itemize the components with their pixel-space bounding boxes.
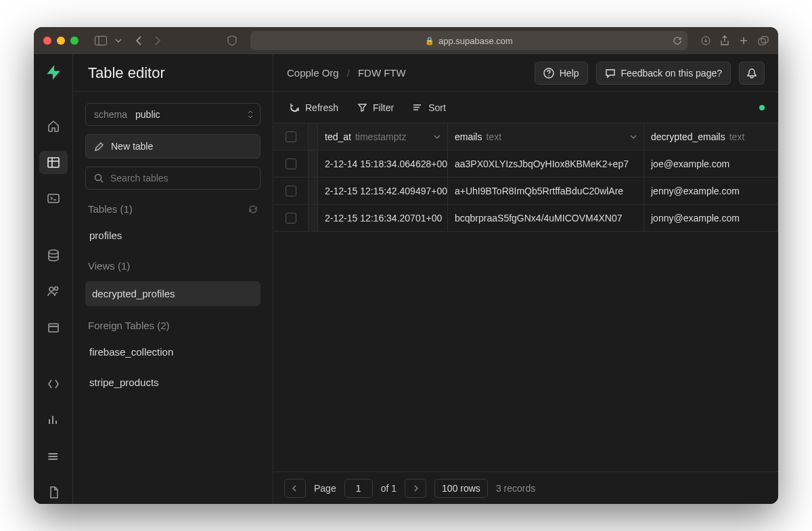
notifications-button[interactable]	[739, 62, 765, 85]
connection-status-indicator	[759, 105, 765, 110]
nav-sql-editor[interactable]	[39, 188, 68, 211]
page-of-label: of 1	[381, 483, 397, 494]
tables-section-head: Tables (1)	[85, 198, 261, 216]
close-window-button[interactable]	[43, 37, 51, 45]
cell-decrypted[interactable]: jonny@example.com	[644, 205, 778, 231]
cell-created-at[interactable]: 2-12-15 12:15:42.409497+00	[318, 177, 448, 204]
next-page-button[interactable]	[405, 479, 426, 498]
foreign-item-stripe[interactable]: stripe_products	[85, 371, 261, 394]
main-area: Copple Org / FDW FTW Help Feedback on th…	[273, 54, 778, 504]
supabase-logo[interactable]	[45, 64, 62, 81]
column-header-emails[interactable]: emails text	[448, 123, 644, 150]
svg-point-11	[54, 287, 58, 291]
grid-gutter	[309, 123, 318, 150]
minimize-window-button[interactable]	[57, 37, 65, 45]
schema-selector[interactable]: schema public	[85, 103, 261, 126]
chevron-down-icon[interactable]	[630, 133, 637, 140]
row-checkbox[interactable]	[273, 177, 309, 204]
view-item-decrypted-profiles[interactable]: decrypted_profiles	[85, 281, 261, 306]
nav-database[interactable]	[39, 244, 68, 267]
breadcrumb-separator: /	[347, 67, 350, 79]
nav-api-docs[interactable]	[39, 482, 68, 504]
cell-decrypted[interactable]: joe@example.com	[644, 150, 778, 177]
new-table-button[interactable]: New table	[85, 134, 261, 158]
tabs-icon[interactable]	[758, 36, 769, 45]
breadcrumb-project[interactable]: FDW FTW	[358, 67, 406, 79]
data-grid: ted_at timestamptz emails text	[273, 123, 778, 504]
forward-button[interactable]	[153, 36, 161, 45]
foreign-section-head: Foreign Tables (2)	[85, 314, 261, 333]
table-item-profiles[interactable]: profiles	[85, 224, 261, 247]
address-bar[interactable]: 🔒 app.supabase.com	[250, 31, 687, 50]
cell-created-at[interactable]: 2-12-15 12:16:34.20701+00	[318, 205, 448, 231]
help-icon	[543, 68, 554, 79]
nav-storage[interactable]	[39, 316, 68, 339]
search-tables-input[interactable]: Search tables	[85, 167, 261, 190]
row-checkbox[interactable]	[273, 205, 309, 231]
svg-point-20	[548, 75, 549, 77]
column-header-decrypted-emails[interactable]: decrypted_emails text	[644, 123, 778, 150]
table-row[interactable]: 2-12-15 12:16:34.20701+00 bcqbrpraaS5fgG…	[273, 205, 778, 232]
svg-point-9	[49, 250, 58, 254]
svg-rect-3	[759, 39, 765, 45]
refresh-button[interactable]: Refresh	[290, 102, 338, 113]
svg-point-17	[95, 175, 102, 181]
feedback-button[interactable]: Feedback on this page?	[596, 62, 731, 85]
record-count: 3 records	[496, 483, 535, 494]
url-text: app.supabase.com	[438, 36, 513, 46]
chevron-down-icon[interactable]	[115, 37, 122, 44]
foreign-item-firebase[interactable]: firebase_collection	[85, 341, 261, 363]
views-head-label: Views (1)	[88, 260, 130, 272]
page-title: Table editor	[88, 64, 165, 82]
nav-auth[interactable]	[39, 280, 68, 303]
table-row[interactable]: 2-12-14 15:18:34.064628+00 aa3PX0XLYIzsJ…	[273, 150, 778, 177]
share-icon[interactable]	[720, 35, 729, 46]
schema-value: public	[135, 109, 160, 120]
window-controls	[43, 37, 78, 45]
table-row[interactable]: 2-12-15 12:15:42.409497+00 a+UhI9BToR8Im…	[273, 177, 778, 205]
reload-icon[interactable]	[673, 36, 682, 45]
browser-titlebar: 🔒 app.supabase.com	[34, 27, 778, 54]
breadcrumb-org[interactable]: Copple Org	[287, 67, 339, 79]
foreign-head-label: Foreign Tables (2)	[88, 320, 170, 331]
column-header-created-at[interactable]: ted_at timestamptz	[318, 123, 448, 150]
rows-per-page-select[interactable]: 100 rows	[434, 479, 488, 498]
cell-emails[interactable]: bcqbrpraaS5fgGNx4/4uMICOVM4XN07	[448, 205, 644, 231]
prev-page-button[interactable]	[284, 479, 306, 498]
nav-logs[interactable]	[39, 445, 68, 468]
cell-decrypted[interactable]: jenny@example.com	[644, 177, 778, 204]
topbar: Copple Org / FDW FTW Help Feedback on th…	[273, 54, 778, 92]
sidebar-toggle-icon[interactable]	[95, 36, 107, 45]
sidebar: Table editor schema public New table	[73, 54, 273, 504]
search-icon	[94, 173, 104, 183]
select-all-checkbox[interactable]	[273, 123, 309, 150]
svg-point-22	[413, 107, 415, 108]
download-icon[interactable]	[701, 36, 710, 45]
tables-head-label: Tables (1)	[88, 203, 133, 215]
new-tab-icon[interactable]	[739, 36, 748, 45]
nav-edge-functions[interactable]	[39, 373, 68, 396]
sort-button[interactable]: Sort	[413, 102, 446, 113]
cell-emails[interactable]: aa3PX0XLYIzsJbqOyHIox8KBMeK2+ep7	[448, 150, 644, 177]
cell-created-at[interactable]: 2-12-14 15:18:34.064628+00	[318, 150, 448, 177]
back-button[interactable]	[135, 36, 143, 45]
help-button[interactable]: Help	[535, 62, 588, 85]
svg-rect-13	[49, 326, 58, 332]
filter-button[interactable]: Filter	[357, 102, 394, 113]
nav-table-editor[interactable]	[39, 151, 68, 174]
refresh-tables-icon[interactable]	[248, 205, 258, 214]
page-number-input[interactable]: 1	[344, 479, 373, 498]
new-table-label: New table	[111, 141, 153, 152]
shield-icon[interactable]	[227, 35, 237, 46]
row-checkbox[interactable]	[273, 150, 309, 177]
nav-home[interactable]	[39, 115, 68, 138]
cell-emails[interactable]: a+UhI9BToR8ImQb5RrtffaBduC20wlAre	[448, 177, 644, 204]
edit-icon	[94, 142, 104, 152]
filter-label: Filter	[373, 102, 394, 113]
views-section-head: Views (1)	[85, 255, 261, 273]
nav-reports[interactable]	[39, 408, 68, 431]
svg-rect-8	[48, 194, 59, 203]
chevron-down-icon[interactable]	[434, 133, 441, 140]
svg-line-18	[101, 180, 103, 182]
maximize-window-button[interactable]	[70, 37, 78, 45]
